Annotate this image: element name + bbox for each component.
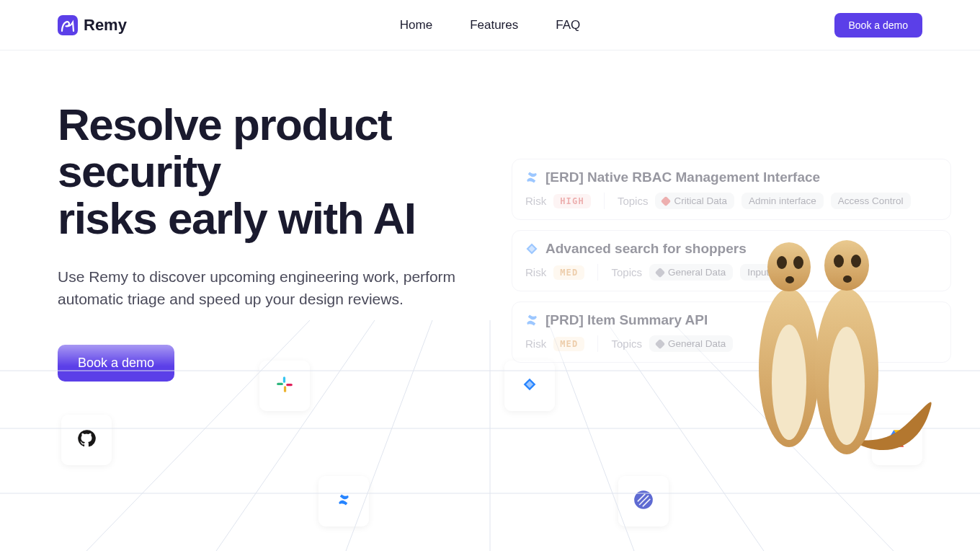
- risk-cell: RiskMED: [525, 265, 597, 280]
- hero-book-demo-button[interactable]: Book a demo: [58, 345, 174, 382]
- integration-tile-github: [61, 415, 112, 465]
- risk-label: Risk: [525, 338, 546, 350]
- topic-pill-label: Access Control: [838, 195, 904, 206]
- nav-book-demo-button[interactable]: Book a demo: [834, 13, 923, 38]
- gdrive-icon: [887, 430, 907, 450]
- card-meta: RiskHIGHTopicsCritical DataAdmin interfa…: [525, 193, 937, 209]
- linear-icon: [633, 490, 654, 513]
- card-title-text: [ERD] Native RBAC Management Interface: [545, 169, 820, 185]
- topic-pill[interactable]: General Data: [649, 264, 733, 281]
- integration-tile-confluence: [318, 476, 369, 526]
- subheadline: Use Remy to discover upcoming engineerin…: [58, 266, 476, 310]
- topics-label: Topics: [618, 195, 649, 207]
- topic-pill[interactable]: Input: [740, 264, 776, 281]
- topic-severity-icon: [655, 338, 665, 348]
- review-card[interactable]: [PRD] Item Summary APIRiskMEDTopicsGener…: [512, 301, 951, 363]
- confluence-icon: [337, 493, 350, 509]
- topic-pill[interactable]: General Data: [649, 335, 733, 352]
- confluence-icon: [525, 314, 538, 327]
- risk-badge: MED: [553, 265, 584, 280]
- headline: Resolve product security risks early wit…: [58, 101, 519, 242]
- integration-tile-gdrive: [872, 415, 922, 465]
- card-title-text: [PRD] Item Summary API: [545, 312, 708, 328]
- svg-rect-22: [283, 376, 285, 383]
- hero-section: Resolve product security risks early wit…: [0, 50, 980, 551]
- topic-severity-icon: [661, 195, 671, 206]
- card-title-text: Advanced search for shoppers: [545, 241, 747, 257]
- topics-label: Topics: [611, 338, 642, 350]
- brand-mark-icon: [58, 15, 78, 35]
- card-title: [PRD] Item Summary API: [525, 312, 937, 328]
- topic-pill-label: General Data: [668, 338, 726, 349]
- topic-severity-icon: [655, 267, 665, 277]
- top-nav: Remy Home Features FAQ Book a demo: [0, 0, 980, 50]
- brand-name: Remy: [84, 16, 127, 35]
- headline-line-2: risks early with AI: [58, 193, 415, 243]
- topic-pill-label: Input: [747, 267, 769, 278]
- risk-label: Risk: [525, 266, 546, 278]
- integration-tile-slack: [259, 361, 310, 411]
- nav-link-faq[interactable]: FAQ: [556, 18, 580, 32]
- review-card[interactable]: Advanced search for shoppersRiskMEDTopic…: [512, 230, 951, 291]
- card-title: Advanced search for shoppers: [525, 241, 937, 257]
- review-cards-panel: [ERD] Native RBAC Management InterfaceRi…: [512, 159, 951, 373]
- headline-line-1: Resolve product security: [58, 100, 391, 196]
- jira-icon: [525, 242, 538, 255]
- topic-pill[interactable]: Access Control: [831, 193, 911, 209]
- svg-rect-24: [284, 386, 286, 392]
- topic-pill-label: Admin interface: [749, 195, 816, 206]
- github-icon: [76, 428, 97, 451]
- svg-rect-23: [277, 383, 283, 385]
- nav-link-home[interactable]: Home: [400, 18, 432, 32]
- slack-icon: [275, 375, 294, 397]
- integration-tile-linear: [618, 476, 669, 526]
- topics-cell: TopicsGeneral DataInput: [597, 264, 789, 281]
- topic-pill[interactable]: Admin interface: [741, 193, 824, 209]
- svg-rect-25: [286, 384, 293, 386]
- risk-badge: HIGH: [553, 194, 591, 208]
- topic-pill[interactable]: Critical Data: [655, 193, 734, 209]
- risk-label: Risk: [525, 195, 546, 207]
- risk-cell: RiskMED: [525, 337, 597, 351]
- topics-cell: TopicsGeneral Data: [597, 335, 746, 352]
- topics-label: Topics: [611, 266, 642, 278]
- jira-icon: [522, 377, 537, 394]
- risk-cell: RiskHIGH: [525, 194, 604, 208]
- topic-pill-label: Critical Data: [674, 195, 727, 206]
- nav-link-features[interactable]: Features: [470, 18, 518, 32]
- primary-nav: Home Features FAQ: [400, 18, 580, 32]
- card-title: [ERD] Native RBAC Management Interface: [525, 169, 937, 185]
- review-card[interactable]: [ERD] Native RBAC Management InterfaceRi…: [512, 159, 951, 220]
- card-meta: RiskMEDTopicsGeneral DataInput: [525, 264, 937, 281]
- confluence-icon: [525, 171, 538, 184]
- card-meta: RiskMEDTopicsGeneral Data: [525, 335, 937, 352]
- brand-logo[interactable]: Remy: [58, 15, 127, 35]
- risk-badge: MED: [553, 337, 584, 351]
- topic-pill-label: General Data: [668, 267, 726, 278]
- topics-cell: TopicsCritical DataAdmin interfaceAccess…: [604, 193, 924, 209]
